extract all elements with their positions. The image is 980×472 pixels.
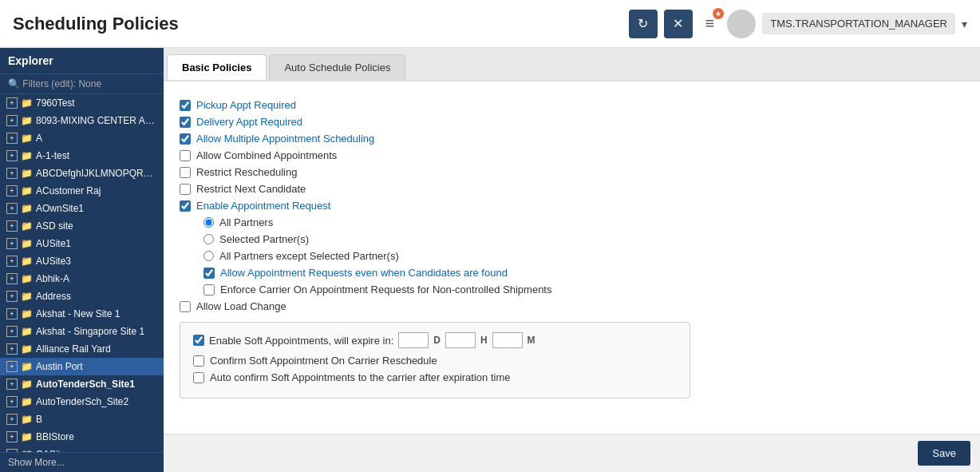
allow-multiple-label: Allow Multiple Appointment Scheduling xyxy=(196,133,374,145)
sidebar-item-5[interactable]: +📁ACustomer Raj xyxy=(0,182,164,200)
sidebar-item-label-18: B xyxy=(36,414,42,425)
sidebar-item-4[interactable]: +📁ABCDefghIJKLMNOPQRSTU xyxy=(0,165,164,182)
confirm-soft-reschedule-checkbox[interactable] xyxy=(193,355,204,367)
all-except-selected-label: All Partners except Selected Partner(s) xyxy=(219,250,399,262)
header-actions: ↻ ✕ ≡ ★ TMS.TRANSPORTATION_MANAGER ▾ xyxy=(629,10,967,38)
folder-icon-8: 📁 xyxy=(21,238,33,249)
pickup-appt-checkbox[interactable] xyxy=(180,100,191,111)
sidebar-item-18[interactable]: +📁B xyxy=(0,411,164,428)
sidebar-item-label-19: BBIStore xyxy=(36,431,74,442)
allow-load-change-checkbox[interactable] xyxy=(180,301,191,312)
folder-icon-13: 📁 xyxy=(21,326,33,337)
soft-appt-minutes-input[interactable] xyxy=(492,332,523,348)
sidebar-item-6[interactable]: +📁AOwnSite1 xyxy=(0,200,164,217)
expand-icon-4: + xyxy=(6,168,18,179)
sidebar-item-15[interactable]: +📁Austin Port xyxy=(0,358,164,375)
content-area: Basic PoliciesAuto Schedule Policies Pic… xyxy=(164,48,980,472)
pickup-appt-label: Pickup Appt Required xyxy=(196,99,296,111)
allow-multiple-checkbox[interactable] xyxy=(180,133,191,145)
tab-1[interactable]: Auto Schedule Policies xyxy=(269,54,405,80)
form-row-all-except-selected: All Partners except Selected Partner(s) xyxy=(204,250,964,262)
sidebar-item-13[interactable]: +📁Akshat - Singapore Site 1 xyxy=(0,323,164,340)
auto-confirm-soft-label: Auto confirm Soft Appointments to the ca… xyxy=(210,371,510,383)
allow-appt-candidates-label: Allow Appointment Requests even when Can… xyxy=(220,267,508,279)
header: Scheduling Policies ↻ ✕ ≡ ★ TMS.TRANSPOR… xyxy=(0,0,980,48)
allow-appt-candidates-checkbox[interactable] xyxy=(204,268,215,279)
expand-icon-0: + xyxy=(6,97,18,109)
sidebar-item-10[interactable]: +📁Abhik-A xyxy=(0,270,164,288)
folder-icon-7: 📁 xyxy=(21,220,33,232)
save-button[interactable]: Save xyxy=(918,441,970,466)
menu-button[interactable]: ≡ ★ xyxy=(699,11,721,36)
expand-icon-7: + xyxy=(6,220,18,232)
folder-icon-2: 📁 xyxy=(21,133,33,144)
sidebar-item-2[interactable]: +📁A xyxy=(0,129,164,147)
sidebar-item-label-2: A xyxy=(36,133,42,144)
enable-soft-appt-checkbox[interactable] xyxy=(193,335,204,346)
folder-icon-19: 📁 xyxy=(21,431,33,442)
sidebar-item-0[interactable]: +📁7960Test xyxy=(0,94,164,112)
sidebar-item-11[interactable]: +📁Address xyxy=(0,288,164,305)
enable-appt-request-checkbox[interactable] xyxy=(180,200,191,212)
all-except-selected-radio[interactable] xyxy=(204,251,214,261)
sidebar-item-8[interactable]: +📁AUSite1 xyxy=(0,235,164,252)
sidebar-item-20[interactable]: +📁CASite xyxy=(0,446,164,452)
soft-appt-days-input[interactable] xyxy=(398,332,429,348)
expand-icon-11: + xyxy=(6,291,18,302)
enforce-carrier-checkbox[interactable] xyxy=(204,284,215,295)
folder-icon-10: 📁 xyxy=(21,273,33,284)
folder-icon-16: 📁 xyxy=(21,379,33,390)
sidebar-item-16[interactable]: +📁AutoTenderSch_Site1 xyxy=(0,375,164,393)
restrict-rescheduling-checkbox[interactable] xyxy=(180,167,191,178)
selected-partners-radio[interactable] xyxy=(204,234,214,244)
show-more-button[interactable]: Show More... xyxy=(0,452,164,472)
form-row-allow-appt-candidates: Allow Appointment Requests even when Can… xyxy=(204,267,964,279)
sidebar-list[interactable]: +📁7960Test+📁8093-MIXING CENTER AZCA+📁A+📁… xyxy=(0,94,164,452)
sidebar-item-3[interactable]: +📁A-1-test xyxy=(0,147,164,165)
folder-icon-17: 📁 xyxy=(21,396,33,407)
soft-appt-hours-input[interactable] xyxy=(445,332,476,348)
soft-appointments-box: Enable Soft Appointments, will expire in… xyxy=(180,322,690,399)
all-partners-radio[interactable] xyxy=(204,217,214,228)
folder-icon-15: 📁 xyxy=(21,361,33,372)
expand-icon-17: + xyxy=(6,396,18,407)
sidebar-item-19[interactable]: +📁BBIStore xyxy=(0,428,164,446)
sidebar-item-9[interactable]: +📁AUSite3 xyxy=(0,252,164,270)
sidebar-item-label-5: ACustomer Raj xyxy=(36,185,101,196)
sidebar-item-label-3: A-1-test xyxy=(36,150,69,161)
sidebar-item-label-10: Abhik-A xyxy=(36,273,69,284)
delivery-appt-checkbox[interactable] xyxy=(180,117,191,128)
sidebar-item-1[interactable]: +📁8093-MIXING CENTER AZCA xyxy=(0,112,164,129)
user-dropdown-arrow[interactable]: ▾ xyxy=(962,18,967,30)
auto-confirm-soft-checkbox[interactable] xyxy=(193,372,204,383)
refresh-button[interactable]: ↻ xyxy=(629,10,658,38)
restrict-next-candidate-checkbox[interactable] xyxy=(180,184,191,195)
user-name: TMS.TRANSPORTATION_MANAGER xyxy=(762,13,955,34)
sidebar-item-12[interactable]: +📁Akshat - New Site 1 xyxy=(0,305,164,323)
form-row-allow-multiple: Allow Multiple Appointment Scheduling xyxy=(180,133,964,145)
days-label: D xyxy=(433,335,441,346)
form-row-pickup: Pickup Appt Required xyxy=(180,99,964,111)
folder-icon-3: 📁 xyxy=(21,150,33,161)
sidebar-item-14[interactable]: +📁Alliance Rail Yard xyxy=(0,340,164,358)
sidebar-item-label-7: ASD site xyxy=(36,220,73,232)
expand-icon-8: + xyxy=(6,238,18,249)
expand-icon-2: + xyxy=(6,133,18,144)
sidebar-item-label-8: AUSite1 xyxy=(36,238,71,249)
sidebar-item-17[interactable]: +📁AutoTenderSch_Site2 xyxy=(0,393,164,411)
sidebar-item-label-15: Austin Port xyxy=(36,361,83,372)
sidebar-item-label-4: ABCDefghIJKLMNOPQRSTU xyxy=(36,168,157,179)
sidebar-item-7[interactable]: +📁ASD site xyxy=(0,217,164,235)
form-row-auto-confirm-soft: Auto confirm Soft Appointments to the ca… xyxy=(193,371,677,383)
sidebar-item-label-6: AOwnSite1 xyxy=(36,203,84,214)
folder-icon-12: 📁 xyxy=(21,308,33,319)
enable-appt-request-label: Enable Appointment Request xyxy=(196,200,330,212)
allow-combined-checkbox[interactable] xyxy=(180,150,191,161)
hours-label: H xyxy=(480,335,488,346)
folder-icon-6: 📁 xyxy=(21,203,33,214)
close-button[interactable]: ✕ xyxy=(664,10,693,38)
restrict-rescheduling-label: Restrict Rescheduling xyxy=(196,166,297,178)
tab-0[interactable]: Basic Policies xyxy=(167,54,267,80)
sidebar-item-label-11: Address xyxy=(36,291,71,302)
folder-icon-11: 📁 xyxy=(21,291,33,302)
